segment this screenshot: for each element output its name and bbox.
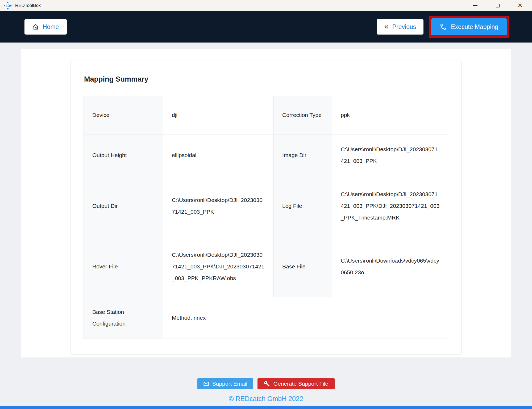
maximize-button[interactable] — [492, 0, 504, 11]
table-row: Device dji Correction Type ppk — [84, 96, 449, 134]
table-label-cell: Rover File — [84, 236, 163, 297]
app-title: REDToolBox — [15, 3, 41, 8]
table-value-cell: ellipsoidal — [163, 134, 274, 176]
page-background: Mapping Summary Device dji Correction Ty… — [0, 43, 532, 406]
close-button[interactable]: ✕ — [514, 0, 526, 11]
table-value-cell: C:\Users\ronli\Desktop\DJI_202303071421_… — [332, 134, 449, 176]
envelope-icon — [203, 381, 209, 387]
table-label-cell: Base File — [274, 236, 332, 297]
table-label-cell: Device — [84, 96, 163, 134]
home-button[interactable]: Home — [24, 19, 67, 35]
window-titlebar: 4D REDToolBox ✕ — [0, 0, 532, 11]
table-value-cell: C:\Users\ronli\Desktop\DJI_202303071421_… — [163, 176, 274, 236]
execute-mapping-label: Execute Mapping — [451, 23, 498, 31]
table-value-cell: C:\Users\ronli\Desktop\DJI_202303071421_… — [332, 176, 449, 236]
previous-button[interactable]: « Previous — [377, 19, 423, 35]
table-value-cell: dji — [163, 96, 274, 134]
maximize-icon — [496, 4, 500, 7]
main-panel: Mapping Summary Device dji Correction Ty… — [21, 49, 511, 357]
copyright-link[interactable]: © REDcatch GmbH 2022 — [21, 395, 511, 403]
app-logo-icon: 4D — [4, 2, 12, 10]
close-icon: ✕ — [518, 3, 522, 9]
previous-button-label: Previous — [392, 23, 416, 31]
bottom-accent-strip — [0, 406, 532, 409]
top-navbar: Home « Previous Execute Mapping — [0, 11, 532, 43]
generate-support-file-label: Generate Support File — [273, 381, 329, 387]
table-value-cell: ppk — [332, 96, 449, 134]
wrench-icon — [264, 381, 270, 387]
table-label-cell: Log File — [274, 176, 332, 236]
table-row: Base Station Configuration Method: rinex — [84, 297, 449, 339]
table-label-cell: Output Height — [84, 134, 163, 176]
table-label-cell: Image Dir — [274, 134, 332, 176]
page-title: Mapping Summary — [84, 75, 448, 83]
home-button-label: Home — [43, 23, 59, 31]
execute-mapping-highlight-box: Execute Mapping — [429, 16, 509, 38]
support-email-label: Support Email — [212, 381, 247, 387]
generate-support-file-button[interactable]: Generate Support File — [257, 378, 335, 389]
svg-text:4D: 4D — [6, 4, 10, 8]
table-label-cell: Base Station Configuration — [84, 297, 163, 339]
home-icon — [32, 24, 39, 30]
table-value-cell: Method: rinex — [163, 297, 449, 339]
mapping-summary-table: Device dji Correction Type ppk Output He… — [84, 96, 449, 339]
table-value-cell: C:\Users\ronli\Desktop\DJI_202303071421_… — [163, 236, 274, 297]
flow-link-icon — [440, 23, 447, 30]
table-value-cell: C:\Users\ronli\Downloads\vdcy065\vdcy065… — [332, 236, 449, 297]
window-controls: ✕ — [469, 0, 532, 11]
footer-actions: Support Email Generate Support File — [21, 378, 511, 389]
table-label-cell: Correction Type — [274, 96, 332, 134]
mapping-summary-card: Mapping Summary Device dji Correction Ty… — [70, 61, 462, 355]
table-row: Output Dir C:\Users\ronli\Desktop\DJI_20… — [84, 176, 449, 236]
support-email-button[interactable]: Support Email — [197, 378, 253, 389]
execute-mapping-button[interactable]: Execute Mapping — [431, 18, 507, 35]
minimize-button[interactable] — [469, 0, 481, 11]
table-row: Rover File C:\Users\ronli\Desktop\DJI_20… — [84, 236, 449, 297]
table-label-cell: Output Dir — [84, 176, 163, 236]
table-row: Output Height ellipsoidal Image Dir C:\U… — [84, 134, 449, 176]
minimize-icon — [473, 5, 477, 6]
chevrons-left-icon: « — [384, 22, 389, 30]
